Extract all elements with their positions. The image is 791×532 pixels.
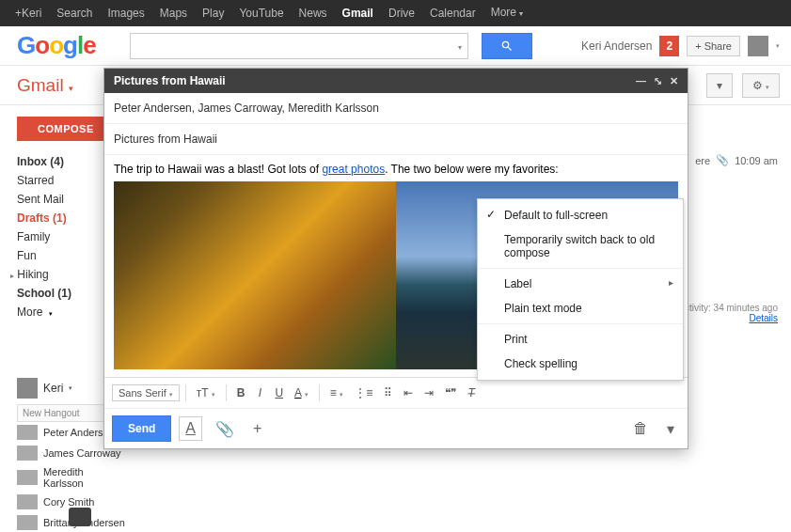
formatting-toggle[interactable]: A [179, 416, 202, 441]
gmail-product-switcher[interactable]: Gmail ▾ [17, 75, 73, 96]
menu-print[interactable]: Print [478, 327, 683, 352]
menu-default-fullscreen[interactable]: Default to full-screen [478, 203, 683, 227]
body-link[interactable]: great photos [322, 163, 385, 176]
chevron-down-icon: ▾ [667, 421, 674, 437]
menu-switch-old-compose[interactable]: Temporarily switch back to old compose [478, 227, 683, 265]
menu-plain-text[interactable]: Plain text mode [478, 296, 683, 321]
user-name[interactable]: Keri Andersen [581, 39, 652, 53]
unordered-list-icon: ⠿ [384, 386, 392, 399]
search-input[interactable]: ▾ [130, 33, 468, 59]
menu-check-spelling[interactable]: Check spelling [478, 352, 683, 376]
nav-news[interactable]: News [292, 0, 335, 26]
insert-more-button[interactable]: + [247, 416, 267, 441]
minimize-icon[interactable]: — [636, 75, 646, 86]
toolbar-dropdown[interactable]: ▾ [706, 73, 733, 98]
compose-title-text: Pictures from Hawaii [114, 74, 628, 87]
indent-less-button[interactable]: ⇤ [399, 383, 418, 402]
bold-button[interactable]: B [232, 383, 250, 402]
nav-plus-keri[interactable]: +Keri [8, 0, 49, 26]
nav-play[interactable]: Play [195, 0, 231, 26]
profile-dropdown-icon[interactable]: ▾ [69, 384, 72, 392]
popout-icon[interactable]: ⤡ [654, 75, 662, 87]
notification-badge[interactable]: 2 [659, 36, 679, 56]
paperclip-icon: 📎 [215, 421, 234, 437]
italic-button[interactable]: I [251, 383, 268, 402]
message-meta: ere 📎 10:09 am [695, 154, 778, 166]
nav-search[interactable]: Search [49, 0, 100, 26]
search-dropdown-icon[interactable]: ▾ [458, 43, 462, 52]
nav-calendar[interactable]: Calendar [422, 0, 483, 26]
compose-options-menu: Default to full-screen Temporarily switc… [477, 198, 684, 381]
quote-button[interactable]: ❝❞ [440, 383, 461, 402]
indent-less-icon: ⇤ [403, 386, 413, 399]
ordered-list-button[interactable]: ⋮≡ [350, 383, 377, 402]
indent-more-icon: ⇥ [424, 386, 434, 399]
align-button[interactable]: ≡ ▾ [325, 383, 348, 402]
contact-item[interactable]: Meredith Karlsson [17, 463, 126, 492]
nav-youtube[interactable]: YouTube [231, 0, 291, 26]
new-hangout-input[interactable]: New Hangout [17, 404, 111, 422]
compose-bottom-bar: Send A 📎 + 🗑 ▾ [104, 408, 688, 448]
nav-gmail[interactable]: Gmail [335, 0, 381, 26]
avatar[interactable] [748, 36, 768, 56]
clear-format-icon: T̶ [467, 386, 474, 399]
plus-icon: + [253, 420, 261, 436]
more-options-button[interactable]: ▾ [661, 416, 680, 442]
activity-info: activity: 34 minutes ago Details [680, 303, 779, 323]
profile-avatar [17, 378, 38, 399]
quote-icon: ❝❞ [445, 386, 456, 399]
nav-maps[interactable]: Maps [152, 0, 195, 26]
compose-titlebar[interactable]: Pictures from Hawaii — ⤡ ✕ [104, 69, 688, 93]
hangouts-icon[interactable] [69, 508, 91, 526]
settings-button[interactable]: ⚙ ▾ [742, 73, 780, 98]
clear-format-button[interactable]: T̶ [463, 383, 480, 402]
attach-button[interactable]: 📎 [210, 416, 240, 442]
menu-label[interactable]: Label [478, 272, 683, 296]
search-icon [500, 39, 514, 53]
compose-window: Pictures from Hawaii — ⤡ ✕ Peter Anderse… [103, 68, 688, 449]
send-button[interactable]: Send [112, 415, 171, 442]
share-button[interactable]: + Share [687, 36, 740, 56]
google-bar: Google ▾ Keri Andersen 2 + Share ▾ [0, 26, 791, 66]
attached-image-1[interactable] [114, 181, 396, 369]
nav-images[interactable]: Images [100, 0, 151, 26]
text-color-button[interactable]: A ▾ [290, 383, 313, 402]
underline-button[interactable]: U [270, 383, 288, 402]
compose-button[interactable]: COMPOSE [17, 117, 115, 141]
font-size-icon: тT [197, 386, 209, 399]
trash-icon: 🗑 [633, 420, 648, 436]
unordered-list-button[interactable]: ⠿ [379, 383, 397, 402]
google-top-nav: +Keri Search Images Maps Play YouTube Ne… [0, 0, 791, 26]
gear-icon: ⚙ [752, 79, 763, 92]
nav-more[interactable]: More ▾ [483, 0, 531, 27]
details-link[interactable]: Details [749, 313, 778, 323]
discard-button[interactable]: 🗑 [627, 416, 654, 441]
paperclip-icon: 📎 [716, 154, 729, 166]
search-button[interactable] [482, 33, 532, 59]
account-dropdown-icon[interactable]: ▾ [776, 42, 780, 50]
subject-field[interactable]: Pictures from Hawaii [104, 124, 688, 155]
google-logo: Google [17, 31, 96, 60]
ordered-list-icon: ⋮≡ [355, 386, 372, 399]
close-icon[interactable]: ✕ [670, 75, 678, 87]
font-family-select[interactable]: Sans Serif ▾ [112, 384, 180, 401]
format-toolbar: Sans Serif ▾ тT ▾ B I U A ▾ ≡ ▾ ⋮≡ ⠿ ⇤ ⇥… [104, 377, 688, 408]
recipients-field[interactable]: Peter Andersen, James Carroway, Meredith… [104, 93, 688, 124]
font-size-button[interactable]: тT ▾ [192, 383, 220, 402]
indent-more-button[interactable]: ⇥ [419, 383, 438, 402]
message-time: 10:09 am [735, 155, 778, 166]
nav-drive[interactable]: Drive [381, 0, 422, 26]
